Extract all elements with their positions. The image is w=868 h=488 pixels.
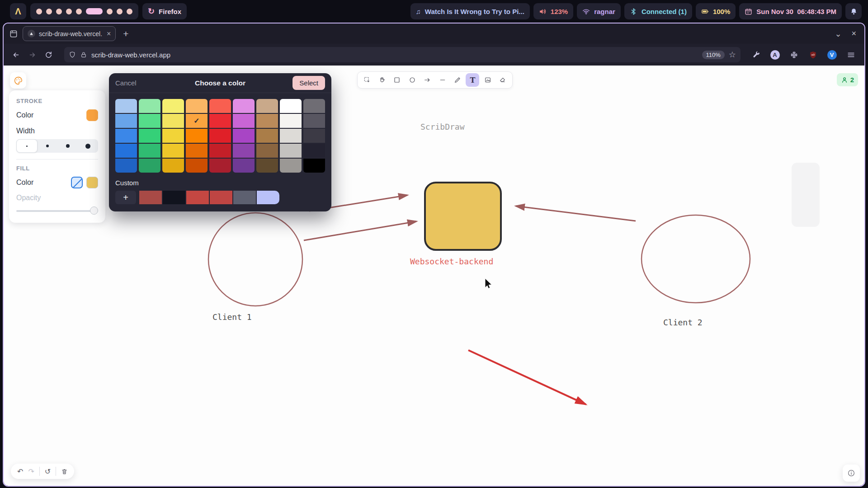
scribdraw-canvas[interactable]: ScribDraw Websocket-backend Client 1 Cli… bbox=[4, 66, 864, 486]
palette-swatch[interactable] bbox=[162, 144, 184, 158]
palette-swatch[interactable] bbox=[233, 99, 255, 113]
client1-label[interactable]: Client 1 bbox=[212, 312, 252, 322]
tool-arrow[interactable] bbox=[420, 73, 434, 87]
account-extension-icon[interactable]: A bbox=[769, 49, 781, 61]
tool-pencil[interactable] bbox=[451, 73, 464, 87]
stroke-width-option-4[interactable] bbox=[78, 139, 98, 153]
ublock-origin-icon[interactable]: uO bbox=[807, 49, 819, 61]
palette-swatch[interactable] bbox=[139, 99, 160, 113]
palette-swatch[interactable] bbox=[162, 159, 184, 173]
palette-swatch[interactable] bbox=[162, 99, 184, 113]
backend-label[interactable]: Websocket-backend bbox=[410, 257, 493, 266]
browser-tab[interactable]: scrib-draw-web.vercel.a × bbox=[23, 26, 116, 41]
launcher-button[interactable]: Λ bbox=[10, 3, 26, 19]
palette-swatch[interactable] bbox=[256, 99, 278, 113]
bluetooth-widget[interactable]: Connected (1) bbox=[624, 3, 692, 19]
select-button[interactable]: Select bbox=[292, 76, 325, 90]
clock-widget[interactable]: Sun Nov 30 06:48:43 PM bbox=[739, 3, 842, 19]
stroke-width-option-2[interactable] bbox=[38, 139, 58, 153]
firefox-taskbar-button[interactable]: ↻ Firefox bbox=[142, 3, 187, 19]
tool-eraser[interactable] bbox=[496, 73, 509, 87]
palette-swatch[interactable] bbox=[233, 159, 255, 173]
fill-none-swatch[interactable] bbox=[71, 177, 83, 188]
tool-text[interactable]: T bbox=[466, 73, 479, 87]
stroke-width-option-3[interactable] bbox=[58, 139, 78, 153]
palette-swatch[interactable] bbox=[186, 144, 208, 158]
client2-label[interactable]: Client 2 bbox=[663, 318, 703, 327]
devtools-wrench-icon[interactable] bbox=[750, 49, 762, 61]
url-text[interactable]: scrib-draw-web.vercel.app bbox=[91, 51, 698, 59]
vimium-extension-icon[interactable]: V bbox=[826, 49, 838, 61]
workspace-dot[interactable] bbox=[76, 9, 82, 14]
info-button[interactable] bbox=[843, 465, 860, 482]
tool-rectangle[interactable] bbox=[390, 73, 404, 87]
palette-swatch[interactable] bbox=[256, 114, 278, 128]
volume-widget[interactable]: 123% bbox=[533, 3, 573, 19]
window-close-icon[interactable]: × bbox=[851, 29, 856, 38]
opacity-slider[interactable] bbox=[16, 206, 98, 215]
stroke-width-option-1[interactable] bbox=[16, 139, 38, 153]
workspace-dot[interactable] bbox=[127, 9, 132, 14]
palette-swatch[interactable] bbox=[233, 144, 255, 158]
custom-swatch[interactable] bbox=[210, 191, 232, 204]
palette-swatch[interactable] bbox=[139, 144, 160, 158]
trash-icon[interactable] bbox=[61, 468, 68, 475]
palette-swatch[interactable] bbox=[280, 129, 302, 143]
workspace-active[interactable] bbox=[86, 8, 103, 14]
shield-icon[interactable] bbox=[69, 51, 76, 58]
palette-swatch[interactable] bbox=[233, 129, 255, 143]
palette-swatch[interactable] bbox=[209, 159, 231, 173]
palette-swatch[interactable] bbox=[303, 159, 325, 173]
bookmark-star-icon[interactable]: ☆ bbox=[729, 50, 736, 60]
cancel-button[interactable]: Cancel bbox=[115, 79, 156, 87]
palette-swatch[interactable] bbox=[139, 159, 160, 173]
list-tabs-chevron-icon[interactable]: ⌄ bbox=[835, 29, 841, 39]
back-button[interactable] bbox=[9, 48, 23, 61]
palette-swatch[interactable] bbox=[139, 114, 160, 128]
workspace-dot[interactable] bbox=[117, 9, 123, 14]
palette-swatch-selected[interactable]: ✓ bbox=[186, 114, 208, 128]
tab-manager-icon[interactable] bbox=[9, 29, 18, 38]
opacity-slider-knob[interactable] bbox=[90, 206, 98, 215]
palette-swatch[interactable] bbox=[115, 144, 137, 158]
palette-swatch[interactable] bbox=[209, 114, 231, 128]
style-panel-toggle-button[interactable] bbox=[10, 72, 26, 89]
reload-button[interactable] bbox=[42, 48, 55, 61]
wifi-widget[interactable]: ragnar bbox=[577, 3, 621, 19]
extensions-puzzle-icon[interactable] bbox=[788, 49, 800, 61]
palette-swatch[interactable] bbox=[256, 144, 278, 158]
palette-swatch[interactable] bbox=[233, 114, 255, 128]
palette-swatch[interactable] bbox=[280, 159, 302, 173]
battery-widget[interactable]: 100% bbox=[696, 3, 736, 19]
reset-icon[interactable]: ↺ bbox=[45, 467, 51, 476]
palette-swatch[interactable] bbox=[115, 99, 137, 113]
palette-swatch[interactable] bbox=[162, 114, 184, 128]
forward-button[interactable] bbox=[25, 48, 39, 61]
custom-swatch[interactable] bbox=[139, 191, 162, 204]
workspace-dot[interactable] bbox=[36, 9, 42, 14]
tool-hand[interactable] bbox=[375, 73, 389, 87]
palette-swatch[interactable] bbox=[186, 99, 208, 113]
custom-swatch[interactable] bbox=[186, 191, 209, 204]
palette-swatch[interactable] bbox=[115, 114, 137, 128]
canvas-title-text[interactable]: ScribDraw bbox=[420, 122, 465, 131]
palette-swatch[interactable] bbox=[280, 99, 302, 113]
palette-swatch[interactable] bbox=[139, 129, 160, 143]
stroke-color-swatch[interactable] bbox=[86, 109, 98, 121]
custom-swatch[interactable] bbox=[257, 191, 279, 204]
palette-swatch[interactable] bbox=[303, 144, 325, 158]
tool-image[interactable] bbox=[481, 73, 495, 87]
palette-swatch[interactable] bbox=[303, 114, 325, 128]
palette-swatch[interactable] bbox=[186, 159, 208, 173]
lock-icon[interactable] bbox=[80, 51, 87, 58]
palette-swatch[interactable] bbox=[256, 129, 278, 143]
tool-circle[interactable] bbox=[406, 73, 419, 87]
tool-line[interactable] bbox=[436, 73, 449, 87]
palette-swatch[interactable] bbox=[209, 144, 231, 158]
palette-swatch[interactable] bbox=[186, 129, 208, 143]
presence-badge[interactable]: 2 bbox=[837, 73, 858, 86]
menu-hamburger-icon[interactable] bbox=[845, 49, 857, 61]
redo-icon[interactable]: ↷ bbox=[28, 467, 34, 476]
notifications-button[interactable] bbox=[845, 3, 862, 19]
custom-swatch[interactable] bbox=[163, 191, 185, 204]
